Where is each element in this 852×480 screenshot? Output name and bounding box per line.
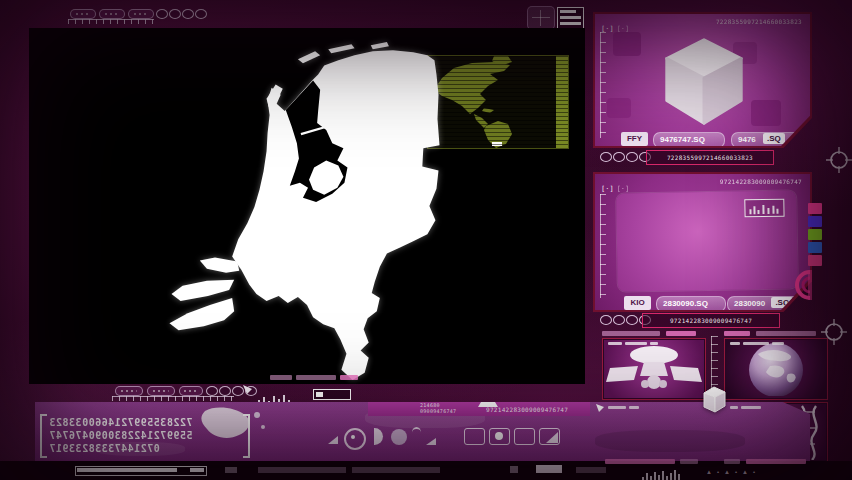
code-block: 7228355997214660033823 55997214228300904… <box>40 414 250 458</box>
panel-ruler <box>600 32 606 138</box>
band-serial: 972142283009009476747 <box>486 406 568 413</box>
serial-value: 972142283009009476747 <box>670 317 752 324</box>
knob-icon[interactable] <box>206 386 218 396</box>
progress-bar <box>75 466 207 476</box>
top-toolbar-button-2[interactable] <box>99 9 125 19</box>
code-line-3: 07214473338233917 <box>49 442 241 455</box>
cube-3d[interactable] <box>655 32 753 130</box>
bracket-marker-icon: [·] <box>617 185 630 193</box>
code-line-2: 5599721422830090476747 <box>49 429 241 442</box>
knob-icon[interactable] <box>195 9 207 19</box>
target-dial-icon[interactable] <box>344 428 366 450</box>
control-band: 7228355997214660033823 55997214228300904… <box>35 402 810 462</box>
netherlands-map[interactable] <box>150 32 462 386</box>
status-chip <box>340 375 358 380</box>
info-bottom-value: 09009476747 <box>420 409 456 414</box>
bottom-toolbar-button-2[interactable] <box>147 386 175 396</box>
menu-icon[interactable] <box>557 7 584 29</box>
swatch-violet[interactable] <box>808 216 822 227</box>
futuristic-monitor-ui: 7228355997214660033823 55997214228300904… <box>0 0 852 480</box>
readout-box <box>313 389 351 400</box>
knob-icon[interactable] <box>182 9 194 19</box>
monitor-display[interactable] <box>616 190 798 291</box>
cursor-icon <box>243 385 253 395</box>
status-chip <box>296 375 336 380</box>
satellite-icon <box>604 340 704 396</box>
mode-button-2[interactable] <box>489 428 510 445</box>
mode-button-1[interactable] <box>464 428 485 445</box>
pill2-value: 9476 <box>738 135 756 144</box>
serial-value: 7228355997214660033823 <box>667 154 753 161</box>
panel-serial: 7228355997214660033823 <box>716 18 802 25</box>
footer-chip <box>605 459 675 464</box>
signal-ticks <box>258 386 293 396</box>
footer-chip <box>680 459 698 464</box>
mode-button-3[interactable] <box>514 428 535 445</box>
knob-icon[interactable] <box>613 152 625 162</box>
status-chip <box>576 467 606 473</box>
status-chip <box>258 467 346 473</box>
status-chip <box>352 467 440 473</box>
status-chip <box>510 466 518 473</box>
panel-ruler <box>600 194 606 298</box>
equalizer-icon <box>744 199 784 218</box>
pill2-value: 2830090 <box>734 299 765 308</box>
knob-icon[interactable] <box>600 315 612 325</box>
status-chip <box>536 465 562 473</box>
swatch-pink[interactable] <box>808 203 822 214</box>
knob-icon[interactable] <box>169 9 181 19</box>
top-toolbar-button-1[interactable] <box>70 9 96 19</box>
equalizer-icon <box>642 463 682 475</box>
value-pill-1[interactable]: 2830090.SQ <box>656 296 726 312</box>
header-chip <box>666 331 696 336</box>
panel-label-button[interactable]: KIO <box>624 296 651 310</box>
marker-dots: ▲•▲•▲• <box>706 469 760 475</box>
serial-readout: 972142283009009476747 <box>642 313 780 328</box>
globe-thumbnail[interactable] <box>724 338 828 400</box>
mode-button-4[interactable] <box>539 428 560 445</box>
pill2-unit: .SQ <box>763 133 785 144</box>
value-pill-1[interactable]: 9476747.SQ <box>653 132 725 148</box>
value-pill-2[interactable]: 9476 .SQ <box>731 132 807 148</box>
info-strip: 214680 09009476747 972142283009009476747 <box>368 402 590 416</box>
knob-icon[interactable] <box>613 315 625 325</box>
knob-icon[interactable] <box>626 152 638 162</box>
top-toolbar-ruler <box>68 19 154 24</box>
top-toolbar-knobs[interactable] <box>156 9 208 27</box>
knob-icon[interactable] <box>600 152 612 162</box>
knob-icon[interactable] <box>626 315 638 325</box>
header-chip <box>756 331 816 336</box>
footer-chip <box>724 459 740 464</box>
target-icon[interactable] <box>527 6 555 30</box>
arc-icon <box>412 427 421 438</box>
header-chip <box>602 331 660 336</box>
mode-buttons[interactable] <box>464 428 564 446</box>
bottom-toolbar-button-1[interactable] <box>115 386 143 396</box>
bracket-marker-icon: [·] <box>617 25 630 33</box>
top-toolbar-button-3[interactable] <box>128 9 154 19</box>
globe-icon <box>726 340 826 396</box>
status-chip <box>225 467 237 473</box>
swatch-magenta[interactable] <box>808 255 822 266</box>
strip-knobs[interactable] <box>600 152 652 170</box>
knob-icon[interactable] <box>219 386 231 396</box>
corner-markers: [·][·] <box>601 177 632 195</box>
panel-label-button[interactable]: FFY <box>621 132 648 146</box>
footer-chip <box>746 459 806 464</box>
bottom-toolbar-button-3[interactable] <box>179 386 203 396</box>
status-chip <box>270 375 292 380</box>
cursor-icon <box>596 404 605 413</box>
header-chip <box>724 331 750 336</box>
crosshair-icon[interactable] <box>825 146 852 174</box>
color-swatches <box>808 203 822 268</box>
swatch-green[interactable] <box>808 229 822 240</box>
knob-icon[interactable] <box>156 9 168 19</box>
half-moon-icon <box>374 428 383 445</box>
map-screen <box>29 28 585 384</box>
gauge-icon <box>780 268 812 302</box>
cube-3d-small[interactable] <box>700 384 728 414</box>
swatch-blue[interactable] <box>808 242 822 253</box>
circle-icon <box>391 429 407 445</box>
crosshair-icon[interactable] <box>820 318 848 346</box>
satellite-thumbnail[interactable] <box>602 338 706 400</box>
